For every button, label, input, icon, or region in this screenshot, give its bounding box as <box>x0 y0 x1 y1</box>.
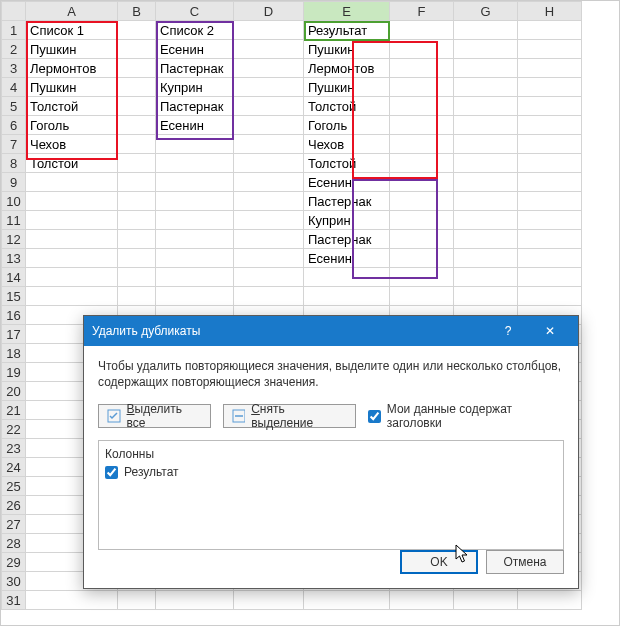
cell-E8[interactable]: Толстой <box>304 154 390 173</box>
cell-H5[interactable] <box>518 97 582 116</box>
row-header-20[interactable]: 20 <box>2 382 26 401</box>
column-item-checkbox[interactable]: Результат <box>105 465 179 479</box>
cell-E14[interactable] <box>304 268 390 287</box>
column-item-input[interactable] <box>105 466 118 479</box>
has-headers-input[interactable] <box>368 410 381 423</box>
row-header-17[interactable]: 17 <box>2 325 26 344</box>
col-header-C[interactable]: C <box>156 2 234 21</box>
cell-G15[interactable] <box>454 287 518 306</box>
cell-C2[interactable]: Есенин <box>156 40 234 59</box>
cell-H14[interactable] <box>518 268 582 287</box>
cell-D3[interactable] <box>234 59 304 78</box>
cell-B8[interactable] <box>118 154 156 173</box>
cell-B4[interactable] <box>118 78 156 97</box>
row-header-16[interactable]: 16 <box>2 306 26 325</box>
cell-A3[interactable]: Лермонтов <box>26 59 118 78</box>
col-header-G[interactable]: G <box>454 2 518 21</box>
cell-B15[interactable] <box>118 287 156 306</box>
cell-E1[interactable]: Результат <box>304 21 390 40</box>
cell-F4[interactable] <box>390 78 454 97</box>
cell-F1[interactable] <box>390 21 454 40</box>
cell-A14[interactable] <box>26 268 118 287</box>
cell-B2[interactable] <box>118 40 156 59</box>
cell-C3[interactable]: Пастернак <box>156 59 234 78</box>
row-header-25[interactable]: 25 <box>2 477 26 496</box>
cell-D8[interactable] <box>234 154 304 173</box>
cell-B3[interactable] <box>118 59 156 78</box>
cell-F8[interactable] <box>390 154 454 173</box>
row-header-18[interactable]: 18 <box>2 344 26 363</box>
cell-D11[interactable] <box>234 211 304 230</box>
cell-D31[interactable] <box>234 591 304 610</box>
cell-B6[interactable] <box>118 116 156 135</box>
cell-B1[interactable] <box>118 21 156 40</box>
unselect-all-button[interactable]: Снять выделение <box>223 404 356 428</box>
row-header-15[interactable]: 15 <box>2 287 26 306</box>
cell-A5[interactable]: Толстой <box>26 97 118 116</box>
cell-A7[interactable]: Чехов <box>26 135 118 154</box>
col-header-H[interactable]: H <box>518 2 582 21</box>
cell-F10[interactable] <box>390 192 454 211</box>
cell-G11[interactable] <box>454 211 518 230</box>
row-header-22[interactable]: 22 <box>2 420 26 439</box>
col-header-D[interactable]: D <box>234 2 304 21</box>
cell-D14[interactable] <box>234 268 304 287</box>
cell-B7[interactable] <box>118 135 156 154</box>
cell-B13[interactable] <box>118 249 156 268</box>
cell-E5[interactable]: Толстой <box>304 97 390 116</box>
cell-C12[interactable] <box>156 230 234 249</box>
cell-C11[interactable] <box>156 211 234 230</box>
row-header-10[interactable]: 10 <box>2 192 26 211</box>
cell-G1[interactable] <box>454 21 518 40</box>
cell-E6[interactable]: Гоголь <box>304 116 390 135</box>
cell-C15[interactable] <box>156 287 234 306</box>
row-header-4[interactable]: 4 <box>2 78 26 97</box>
cell-G3[interactable] <box>454 59 518 78</box>
row-header-2[interactable]: 2 <box>2 40 26 59</box>
cell-A4[interactable]: Пушкин <box>26 78 118 97</box>
cell-C10[interactable] <box>156 192 234 211</box>
cell-G5[interactable] <box>454 97 518 116</box>
ok-button[interactable]: OK <box>400 550 478 574</box>
col-header-A[interactable]: A <box>26 2 118 21</box>
cell-F5[interactable] <box>390 97 454 116</box>
row-header-1[interactable]: 1 <box>2 21 26 40</box>
cell-G12[interactable] <box>454 230 518 249</box>
row-header-12[interactable]: 12 <box>2 230 26 249</box>
cell-G31[interactable] <box>454 591 518 610</box>
cell-D13[interactable] <box>234 249 304 268</box>
cell-A11[interactable] <box>26 211 118 230</box>
cell-G7[interactable] <box>454 135 518 154</box>
cell-H15[interactable] <box>518 287 582 306</box>
cell-C14[interactable] <box>156 268 234 287</box>
row-header-27[interactable]: 27 <box>2 515 26 534</box>
cell-A8[interactable]: Толстой <box>26 154 118 173</box>
cell-F15[interactable] <box>390 287 454 306</box>
corner-cell[interactable] <box>2 2 26 21</box>
row-header-26[interactable]: 26 <box>2 496 26 515</box>
cell-C9[interactable] <box>156 173 234 192</box>
row-header-11[interactable]: 11 <box>2 211 26 230</box>
cell-C8[interactable] <box>156 154 234 173</box>
cell-G2[interactable] <box>454 40 518 59</box>
row-header-29[interactable]: 29 <box>2 553 26 572</box>
cell-F13[interactable] <box>390 249 454 268</box>
cell-A10[interactable] <box>26 192 118 211</box>
cell-H4[interactable] <box>518 78 582 97</box>
cell-F31[interactable] <box>390 591 454 610</box>
cell-A13[interactable] <box>26 249 118 268</box>
cell-H1[interactable] <box>518 21 582 40</box>
cell-H13[interactable] <box>518 249 582 268</box>
cell-H8[interactable] <box>518 154 582 173</box>
cell-B5[interactable] <box>118 97 156 116</box>
cell-F11[interactable] <box>390 211 454 230</box>
row-header-9[interactable]: 9 <box>2 173 26 192</box>
cell-F7[interactable] <box>390 135 454 154</box>
cell-H2[interactable] <box>518 40 582 59</box>
cancel-button[interactable]: Отмена <box>486 550 564 574</box>
cell-D12[interactable] <box>234 230 304 249</box>
cell-B14[interactable] <box>118 268 156 287</box>
row-header-6[interactable]: 6 <box>2 116 26 135</box>
cell-F9[interactable] <box>390 173 454 192</box>
cell-B10[interactable] <box>118 192 156 211</box>
